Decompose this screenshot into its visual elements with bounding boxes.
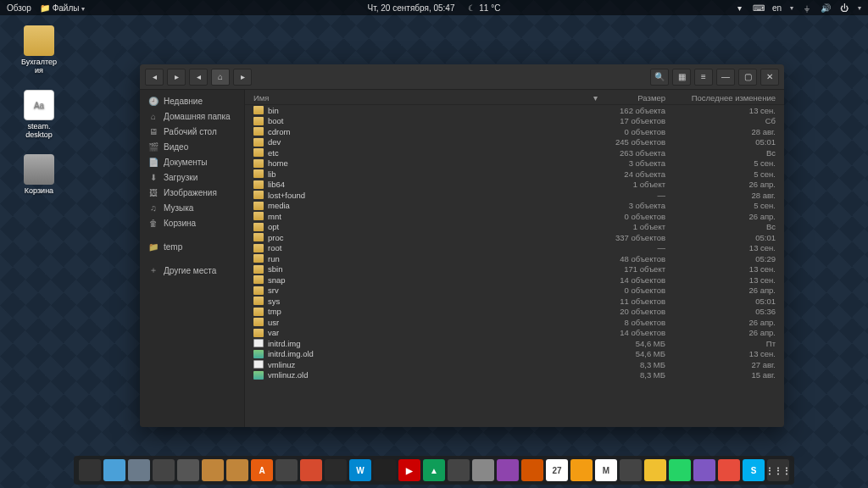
file-modified: 13 сен. [674,243,776,252]
music-icon: ♫ [148,202,159,213]
dock-item[interactable] [79,459,101,481]
dock-item[interactable] [669,459,691,481]
sidebar-item[interactable]: 🗑Корзина [140,215,244,230]
dock-item[interactable] [448,459,470,481]
file-row[interactable]: initrd.img.old54,6 МБ13 сен. [245,349,784,360]
dock-item[interactable] [718,459,740,481]
back-button[interactable]: ◂ [145,69,164,86]
dock-item[interactable]: S [743,459,765,481]
sidebar-item[interactable]: ⌂Домашняя папка [140,108,244,124]
dock-item[interactable] [644,459,666,481]
dock-item[interactable] [226,459,248,481]
dock-item[interactable]: W [349,459,371,481]
language-indicator[interactable]: en [772,3,782,13]
path-forward-button[interactable]: ▸ [233,69,252,86]
dock-item[interactable] [497,459,519,481]
search-button[interactable]: 🔍 [650,69,669,86]
minimize-button[interactable]: — [716,69,735,86]
sidebar-item[interactable]: 🕘Недавние [140,93,244,108]
dock-item[interactable] [103,459,125,481]
dock-item[interactable] [570,459,593,481]
column-name[interactable]: Имя [253,93,593,103]
dock-item[interactable]: A [251,459,273,481]
desk-icon: 🖥 [148,126,159,136]
app-menu[interactable]: 📁 Файлы ▾ [40,3,85,13]
desktop-icon[interactable]: Бухгалтер ия [12,25,66,75]
file-row[interactable]: run48 объектов05:29 [245,253,784,264]
desktop-icon[interactable]: Aasteam. desktop [12,90,66,139]
file-row[interactable]: cdrom0 объектов28 авг. [245,126,784,137]
file-name: snap [268,275,598,285]
file-row[interactable]: vmlinuz.old8,3 МБ15 авг. [245,370,784,381]
sidebar-item[interactable]: ＋Другие места [140,263,244,278]
sidebar-item[interactable]: 🖼Изображения [140,185,244,200]
dock-item[interactable] [177,459,199,481]
sidebar-item[interactable]: 🖥Рабочий стол [140,124,244,139]
dock-item[interactable]: ▶ [398,459,420,481]
file-row[interactable]: initrd.img54,6 МБПт [245,338,784,349]
file-row[interactable]: opt1 объектВс [245,222,784,233]
dock-item[interactable] [620,459,642,481]
dock-item[interactable] [374,459,396,481]
dock-item[interactable]: ▲ [423,459,445,481]
activities-button[interactable]: Обзор [7,3,31,13]
keyboard-icon[interactable]: ⌨ [754,3,764,13]
grid-view-button[interactable]: ▦ [672,69,691,86]
maximize-button[interactable]: ▢ [738,69,757,86]
dock-item[interactable] [325,459,347,481]
dock-item[interactable] [202,459,224,481]
file-row[interactable]: root—13 сен. [245,243,784,254]
path-back-button[interactable]: ◂ [189,69,208,86]
dock-item[interactable] [153,459,175,481]
clock[interactable]: Чт, 20 сентября, 05:47 [368,3,455,13]
file-row[interactable]: bin162 объекта13 сен. [245,105,784,116]
moon-icon: ☾ [466,3,476,13]
file-row[interactable]: sys11 объектов05:01 [245,296,784,307]
sidebar-item[interactable]: ⬇Загрузки [140,169,244,185]
file-icon [253,360,264,369]
file-row[interactable]: srv0 объектов26 апр. [245,286,784,297]
column-modified[interactable]: Последнее изменение [674,93,776,103]
path-root-button[interactable]: ⌂ [211,69,230,86]
close-button[interactable]: ✕ [760,69,779,86]
volume-icon[interactable]: 🔊 [821,3,831,13]
desktop-icon[interactable]: Корзина [12,154,66,195]
list-view-button[interactable]: ≡ [694,69,713,86]
column-size[interactable]: Размер [598,93,674,103]
dock-item[interactable]: ⋮⋮⋮ [767,459,789,481]
weather-indicator[interactable]: ☾ 11 °C [466,3,500,13]
file-row[interactable]: snap14 объектов13 сен. [245,274,784,286]
sidebar-item[interactable]: 📄Документы [140,154,244,169]
dock-item[interactable] [275,459,298,481]
dock-item[interactable] [472,459,494,481]
file-row[interactable]: mnt0 объектов26 апр. [245,211,784,222]
sidebar-item[interactable]: ♫Музыка [140,200,244,215]
dock-item[interactable]: 27 [546,459,568,481]
file-row[interactable]: tmp20 объектов05:36 [245,307,784,318]
dock-item[interactable] [128,459,150,481]
file-row[interactable]: boot17 объектовСб [245,116,784,127]
forward-button[interactable]: ▸ [167,69,186,86]
folder-icon [253,138,264,147]
file-row[interactable]: home3 объекта5 сен. [245,158,784,169]
file-row[interactable]: sbin171 объект13 сен. [245,264,784,275]
sidebar-item[interactable]: 🎬Видео [140,139,244,154]
file-row[interactable]: proc337 объектов05:01 [245,232,784,243]
dock-item[interactable] [693,459,715,481]
dock-item[interactable] [300,459,322,481]
file-row[interactable]: lib24 объекта5 сен. [245,169,784,180]
file-row[interactable]: vmlinuz8,3 МБ27 авг. [245,359,784,370]
file-row[interactable]: dev245 объектов05:01 [245,137,784,148]
file-row[interactable]: lost+found—28 авг. [245,190,784,201]
dock-item[interactable] [521,459,543,481]
tray-icon[interactable]: ▾ [735,3,745,13]
file-row[interactable]: etc263 объектаВс [245,147,784,158]
dock-item[interactable]: M [595,459,617,481]
sidebar-item[interactable]: 📁temp [140,239,244,254]
file-row[interactable]: media3 объекта5 сен. [245,201,784,212]
power-icon[interactable]: ⏻ [839,3,849,13]
wifi-icon[interactable]: ⏚ [802,3,812,13]
file-row[interactable]: usr8 объектов26 апр. [245,317,784,328]
file-row[interactable]: var14 объектов26 апр. [245,328,784,339]
file-row[interactable]: lib641 объект26 апр. [245,180,784,191]
